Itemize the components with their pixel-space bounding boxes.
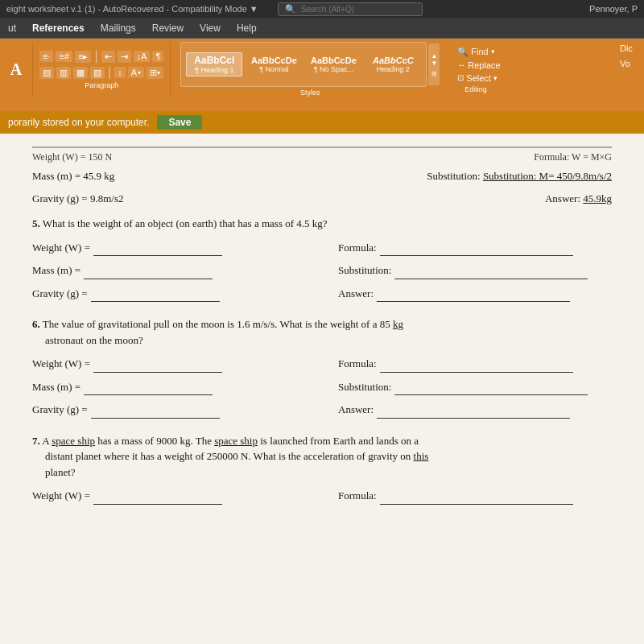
question-6-fields: Weight (W) = Mass (m) = Gravity (g) =	[32, 356, 612, 425]
shading-btn[interactable]: A ▾	[128, 67, 144, 78]
q5-weight: Weight (W) =	[32, 240, 306, 257]
save-bar: porarily stored on your computer. Save	[0, 111, 644, 134]
list-btn-2[interactable]: ≡#	[56, 51, 72, 62]
list-btn-1[interactable]: ≡·	[39, 51, 53, 62]
vo-btn[interactable]: Vo	[617, 57, 636, 70]
q7-weight: Weight (W) =	[32, 488, 306, 505]
replace-btn[interactable]: ↔ Replace	[452, 60, 505, 71]
q5-right: Formula: Substitution: Answer:	[338, 240, 612, 309]
select-icon: ⊡	[457, 73, 464, 82]
substitution-given: Substitution: Substitution: M= 450/9.8m/…	[427, 168, 612, 184]
q5-substitution: Substitution:	[338, 262, 612, 279]
gravity-given: Gravity (g) = 9.8m/s2	[32, 191, 123, 207]
q5-mass: Mass (m) =	[32, 262, 306, 279]
para-tools-row2: ▤ ▥ ▦ ▧ | ↕ A ▾ ⊞ ▾	[39, 65, 163, 80]
question-7-fields: Weight (W) = Formula:	[32, 488, 612, 511]
search-input[interactable]	[301, 5, 406, 14]
answer-given: Answer: 45.9kg	[545, 191, 612, 207]
user-name: Pennoyer, P	[589, 4, 638, 14]
replace-icon: ↔	[457, 60, 465, 69]
partial-left: Weight (W) = 150 N	[32, 151, 112, 163]
question-5-fields: Weight (W) = Mass (m) = Gravity (g) =	[32, 240, 612, 309]
menu-item-references[interactable]: References	[24, 21, 93, 35]
question-7-text: 7. A space ship has a mass of 9000 kg. T…	[32, 433, 612, 481]
sort-btn[interactable]: ↕A	[134, 51, 151, 62]
q7-formula: Formula:	[338, 488, 612, 505]
indent-decrease-btn[interactable]: ⇤	[101, 51, 115, 63]
menu-item-mailings[interactable]: Mailings	[93, 21, 144, 35]
q6-substitution: Substitution:	[338, 379, 612, 396]
save-button[interactable]: Save	[157, 115, 202, 130]
menu-item-help[interactable]: Help	[229, 21, 265, 35]
align-right-btn[interactable]: ▦	[73, 67, 88, 79]
style-heading1[interactable]: AaBbCcI ¶ Heading 1	[186, 52, 242, 76]
menu-bar: ut References Mailings Review View Help	[0, 18, 644, 39]
editing-section: 🔍 Find ▾ ↔ Replace ⊡ Select ▾	[446, 46, 505, 84]
question-5-text: 5. What is the weight of an object (on e…	[32, 216, 612, 232]
q7-right: Formula:	[338, 488, 612, 511]
question-6-text: 6. The value of gravitational pull on th…	[32, 316, 612, 348]
editing-label: Editing	[446, 85, 505, 93]
q6-right: Formula: Substitution: Answer:	[338, 356, 612, 425]
font-icon-btn[interactable]: A	[5, 60, 27, 79]
q6-left: Weight (W) = Mass (m) = Gravity (g) =	[32, 356, 306, 425]
given-line-2: Gravity (g) = 9.8m/s2 Answer: 45.9kg	[32, 191, 612, 207]
menu-item-review[interactable]: Review	[144, 21, 192, 35]
paragraph-label: Paragraph	[39, 81, 163, 89]
ribbon-font-group: A	[5, 42, 33, 97]
para-tools-row1: ≡· ≡# ≡▸ | ⇤ ⇥ ↕A ¶	[39, 49, 163, 64]
q5-answer: Answer:	[338, 286, 612, 303]
indent-increase-btn[interactable]: ⇥	[118, 51, 131, 63]
style-heading2[interactable]: AaBbCcC Heading 2	[365, 54, 421, 75]
dic-btn[interactable]: Dic	[617, 42, 636, 55]
styles-scroll-btn[interactable]: ▲ ▼ ⊞	[428, 43, 440, 85]
find-btn[interactable]: 🔍 Find ▾	[452, 46, 505, 58]
save-message: porarily stored on your computer.	[8, 117, 149, 128]
select-btn[interactable]: ⊡ Select ▾	[452, 72, 505, 84]
q7-left: Weight (W) =	[32, 488, 306, 511]
q6-answer: Answer:	[338, 402, 612, 419]
title-bar: eight worksheet v.1 (1) - AutoRecovered …	[0, 0, 644, 18]
q6-formula: Formula:	[338, 356, 612, 373]
ribbon: A ≡· ≡# ≡▸ | ⇤ ⇥ ↕A ¶ ▤ ▥	[0, 39, 644, 111]
list-btn-3[interactable]: ≡▸	[75, 51, 91, 63]
partial-right: Formula: W = M×G	[534, 151, 612, 163]
ribbon-styles-group: AaBbCcI ¶ Heading 1 AaBbCcDe ¶ Normal Aa…	[180, 42, 440, 97]
borders-btn[interactable]: ⊞ ▾	[147, 67, 163, 79]
find-icon: 🔍	[457, 47, 469, 57]
search-icon: 🔍	[285, 4, 296, 14]
line-spacing-btn[interactable]: ↕	[114, 67, 126, 78]
menu-item-view[interactable]: View	[192, 21, 229, 35]
align-left-btn[interactable]: ▤	[39, 67, 54, 79]
ribbon-extra: Dic Vo	[617, 42, 639, 70]
ribbon-editing-group: 🔍 Find ▾ ↔ Replace ⊡ Select ▾ Editing	[446, 42, 511, 97]
partial-top-row: Weight (W) = 150 N Formula: W = M×G	[32, 147, 612, 163]
menu-item-ut[interactable]: ut	[0, 21, 24, 35]
style-no-spacing[interactable]: AaBbCcDe ¶ No Spac...	[305, 54, 361, 75]
q5-formula: Formula:	[338, 240, 612, 257]
styles-section: AaBbCcI ¶ Heading 1 AaBbCcDe ¶ Normal Aa…	[180, 42, 427, 87]
styles-label: Styles	[180, 89, 440, 97]
q5-left: Weight (W) = Mass (m) = Gravity (g) =	[32, 240, 306, 309]
q5-gravity: Gravity (g) =	[32, 286, 306, 303]
align-justify-btn[interactable]: ▧	[90, 67, 105, 79]
style-normal[interactable]: AaBbCcDe ¶ Normal	[246, 54, 302, 75]
given-line-1: Mass (m) = 45.9 kg Substitution: Substit…	[32, 168, 612, 184]
q6-gravity: Gravity (g) =	[32, 402, 306, 419]
ribbon-paragraph-group: ≡· ≡# ≡▸ | ⇤ ⇥ ↕A ¶ ▤ ▥ ▦ ▧ | ↕ A	[39, 42, 171, 97]
align-center-btn[interactable]: ▥	[56, 67, 71, 79]
pilcrow-btn[interactable]: ¶	[152, 51, 163, 62]
document-area: Weight (W) = 150 N Formula: W = M×G Mass…	[0, 134, 644, 644]
title-text: eight worksheet v.1 (1) - AutoRecovered …	[6, 4, 258, 14]
mass-given: Mass (m) = 45.9 kg	[32, 168, 114, 184]
q6-weight: Weight (W) =	[32, 356, 306, 373]
q6-mass: Mass (m) =	[32, 379, 306, 396]
